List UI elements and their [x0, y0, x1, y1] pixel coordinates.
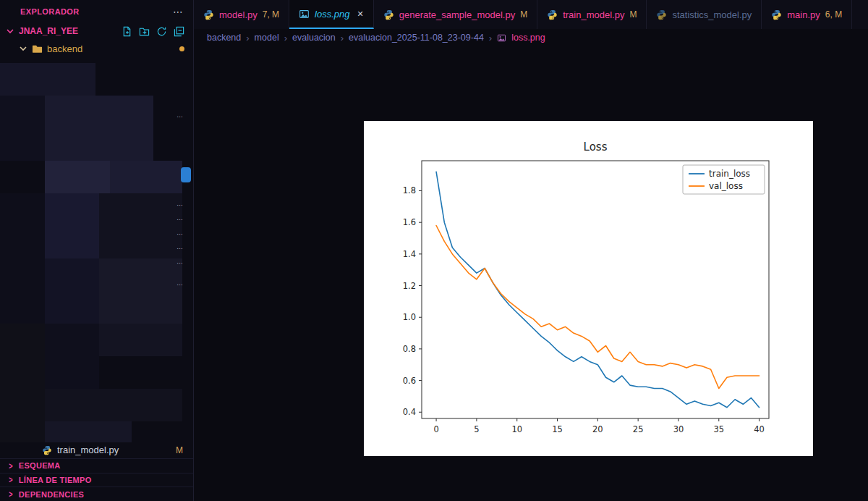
- python-icon: [203, 9, 214, 20]
- svg-text:20: 20: [592, 424, 603, 434]
- new-file-icon[interactable]: [122, 26, 132, 37]
- svg-text:1.6: 1.6: [403, 217, 416, 227]
- truncated-label-dots: …: [176, 201, 183, 207]
- svg-text:0.6: 0.6: [403, 376, 416, 386]
- truncated-label-dots: …: [176, 244, 183, 250]
- svg-text:30: 30: [673, 424, 684, 434]
- redacted-block: [45, 421, 132, 442]
- breadcrumb-separator: ›: [341, 33, 344, 43]
- svg-text:35: 35: [713, 424, 724, 434]
- svg-text:1.8: 1.8: [403, 185, 416, 195]
- tab-statistics-model-py[interactable]: statistics_model.py: [647, 0, 762, 29]
- breadcrumb-separator: ›: [246, 33, 249, 43]
- breadcrumb-separator: ›: [284, 33, 287, 43]
- tree-item-train-model[interactable]: train_model.py M: [0, 442, 193, 458]
- truncated-label-dots: …: [176, 215, 183, 222]
- python-icon: [656, 9, 667, 20]
- redacted-block: [45, 193, 99, 258]
- refresh-icon[interactable]: [156, 26, 167, 37]
- collapse-all-icon[interactable]: [174, 26, 184, 37]
- sidebar-section-esquema[interactable]: > ESQUEMA: [0, 458, 193, 473]
- redacted-block: [0, 324, 45, 442]
- section-label: DEPENDENCIES: [19, 490, 84, 499]
- breadcrumb-item[interactable]: backend: [207, 33, 241, 43]
- tab-loss-png[interactable]: loss.png ✕: [289, 0, 374, 29]
- redacted-block: [0, 193, 45, 324]
- svg-text:40: 40: [754, 424, 765, 434]
- chevron-down-icon: [6, 27, 14, 35]
- tab-model-py[interactable]: model.py 7, M: [194, 0, 289, 29]
- image-icon: [299, 9, 310, 20]
- tab-badge: 7, M: [263, 9, 279, 20]
- redacted-block: [110, 161, 182, 193]
- image-icon: [497, 33, 506, 43]
- svg-text:train_loss: train_loss: [709, 169, 750, 179]
- svg-text:15: 15: [552, 424, 563, 434]
- breadcrumb-item-current[interactable]: loss.png: [511, 33, 545, 43]
- tab-badge: 6, M: [825, 9, 842, 20]
- chevron-right-icon: >: [9, 461, 12, 471]
- breadcrumb-item[interactable]: evaluacion_2025-11-08_23-09-44: [349, 33, 484, 43]
- loss-chart-svg: Loss05101520253035400.40.60.81.01.21.41.…: [364, 121, 813, 456]
- image-preview-editor: Loss05101520253035400.40.60.81.01.21.41.…: [194, 46, 868, 501]
- tab-main-py[interactable]: main.py 6, M: [762, 0, 852, 29]
- breadcrumb-item[interactable]: evaluacion: [292, 33, 336, 43]
- tab-label: main.py: [787, 9, 820, 20]
- tab-train-model-py[interactable]: train_model.py M: [537, 0, 647, 29]
- redacted-block: [45, 161, 110, 193]
- new-folder-icon[interactable]: [139, 26, 150, 37]
- folder-name: backend: [47, 43, 82, 54]
- tab-bar: model.py 7, M loss.png ✕ generate_sample…: [194, 0, 868, 29]
- python-icon: [771, 9, 782, 20]
- tab-badge: M: [520, 9, 527, 20]
- sidebar-section-dependencies[interactable]: > DEPENDENCIES: [0, 487, 193, 501]
- redacted-block: [45, 324, 99, 389]
- svg-text:1.0: 1.0: [403, 312, 416, 322]
- chevron-right-icon: >: [9, 489, 12, 499]
- tab-generate-sample-model-py[interactable]: generate_sample_model.py M: [374, 0, 537, 29]
- tab-label: model.py: [219, 9, 258, 20]
- tab-label: loss.png: [315, 9, 349, 20]
- redacted-block: [45, 96, 153, 161]
- tab-label: generate_sample_model.py: [399, 9, 515, 20]
- breadcrumb-item[interactable]: model: [255, 33, 279, 43]
- truncated-label-dots: …: [176, 112, 183, 119]
- breadcrumb-separator: ›: [489, 33, 492, 43]
- tree-item-backend[interactable]: backend: [0, 40, 193, 57]
- chevron-right-icon: >: [9, 475, 12, 484]
- explorer-title: EXPLORADOR: [20, 7, 80, 16]
- tab-badge: M: [629, 9, 637, 20]
- tab-label: train_model.py: [563, 9, 624, 20]
- scroll-handle[interactable]: [181, 167, 191, 182]
- redacted-block: [99, 193, 182, 258]
- workspace-row[interactable]: JNAA_RI_YEE: [0, 23, 193, 41]
- folder-icon: [32, 43, 43, 54]
- obscured-file-tree: … … … … … … …: [0, 57, 193, 442]
- modified-dot-icon: [179, 46, 184, 51]
- section-label: LÍNEA DE TIEMPO: [19, 476, 92, 484]
- svg-text:1.2: 1.2: [403, 281, 416, 291]
- svg-text:10: 10: [511, 424, 522, 434]
- more-actions-icon[interactable]: ⋯: [173, 6, 183, 17]
- redacted-block: [99, 324, 182, 356]
- svg-text:5: 5: [474, 424, 479, 434]
- redacted-block: [99, 258, 182, 324]
- svg-text:0.4: 0.4: [403, 407, 416, 417]
- close-icon[interactable]: ✕: [357, 9, 364, 19]
- svg-text:1.4: 1.4: [403, 249, 416, 259]
- vscode-window: EXPLORADOR ⋯ JNAA_RI_YEE: [0, 0, 868, 501]
- redacted-block: [0, 96, 45, 161]
- editor-group: model.py 7, M loss.png ✕ generate_sample…: [194, 0, 868, 501]
- sidebar-section-timeline[interactable]: > LÍNEA DE TIEMPO: [0, 473, 193, 487]
- python-icon: [547, 9, 558, 20]
- section-label: ESQUEMA: [19, 461, 61, 470]
- modified-badge: M: [176, 445, 183, 455]
- breadcrumb: backend › model › evaluacion › evaluacio…: [194, 29, 868, 46]
- loss-chart-image: Loss05101520253035400.40.60.81.01.21.41.…: [364, 121, 813, 456]
- svg-text:25: 25: [633, 424, 644, 434]
- svg-text:val_loss: val_loss: [709, 181, 743, 191]
- explorer-sidebar: EXPLORADOR ⋯ JNAA_RI_YEE: [0, 0, 194, 501]
- python-icon: [383, 9, 394, 20]
- svg-text:Loss: Loss: [584, 140, 608, 153]
- workspace-name: JNAA_RI_YEE: [19, 26, 78, 36]
